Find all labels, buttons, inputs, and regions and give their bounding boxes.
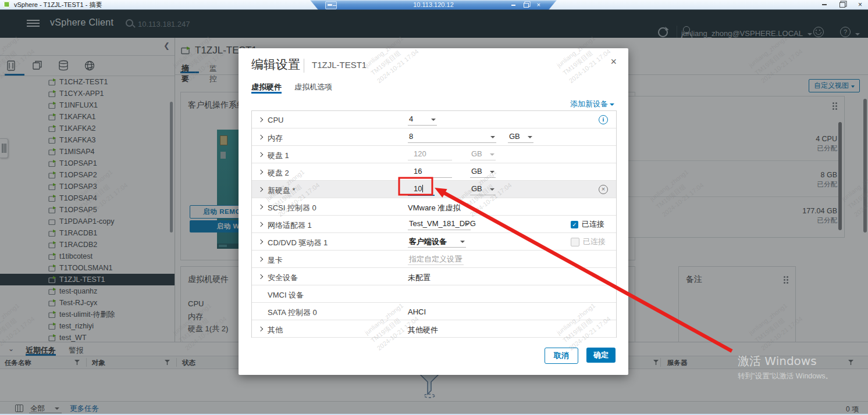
caret-down-icon bbox=[460, 241, 465, 243]
add-new-device-link[interactable]: 添加新设备 bbox=[570, 99, 614, 109]
checkbox-label: 已连接 bbox=[583, 237, 606, 247]
row-value-select[interactable]: 8 bbox=[408, 132, 496, 143]
connected-checkbox[interactable]: 已连接 bbox=[571, 237, 606, 247]
caret-down-icon bbox=[528, 136, 532, 138]
checkbox-label: 已连接 bbox=[582, 219, 604, 230]
unit-value: GB bbox=[471, 184, 482, 193]
screen: vSphere - T1ZJL-TEST1 - 摘要 × 10.113.120.… bbox=[0, 0, 868, 415]
caret-down-icon bbox=[465, 223, 469, 226]
remove-device-icon[interactable]: × bbox=[599, 185, 608, 194]
expand-caret-icon[interactable] bbox=[258, 257, 263, 262]
tab-vm-options[interactable]: 虚拟机选项 bbox=[294, 82, 332, 92]
window-minimize-icon[interactable] bbox=[822, 4, 827, 5]
hardware-row[interactable]: 新硬盘 *10GB× bbox=[252, 181, 616, 198]
rdp-minimize-icon[interactable] bbox=[511, 5, 515, 6]
row-value-text: 其他硬件 bbox=[408, 325, 438, 335]
close-icon[interactable]: × bbox=[610, 56, 617, 67]
info-icon[interactable]: i bbox=[599, 115, 608, 124]
expand-caret-icon[interactable] bbox=[258, 205, 263, 209]
expand-caret-icon[interactable] bbox=[258, 152, 263, 157]
ok-button[interactable]: 确定 bbox=[586, 348, 616, 363]
unit-value: GB bbox=[509, 132, 520, 141]
hardware-rows-table: CPU4i内存8GB硬盘 1120GB硬盘 216GB新硬盘 *10GB×SCS… bbox=[251, 110, 617, 338]
row-label: 安全设备 bbox=[268, 273, 298, 283]
row-label: CPU bbox=[268, 116, 283, 124]
row-label: 显卡 bbox=[268, 255, 283, 266]
cancel-button[interactable]: 取消 bbox=[545, 348, 578, 364]
row-label: VMCI 设备 bbox=[268, 290, 304, 300]
unit-value: GB bbox=[471, 149, 482, 158]
expand-caret-icon[interactable] bbox=[258, 239, 263, 244]
hardware-row[interactable]: SCSI 控制器 0VMware 准虚拟 bbox=[252, 198, 616, 216]
row-value-input[interactable]: 120 bbox=[408, 149, 452, 160]
row-label: 硬盘 1 bbox=[268, 151, 289, 161]
row-value-input[interactable]: 10 bbox=[408, 184, 435, 196]
expand-caret-icon[interactable] bbox=[258, 117, 263, 122]
row-value-select[interactable]: 客户端设备 bbox=[408, 237, 466, 248]
text-cursor bbox=[422, 185, 423, 192]
dialog-vm-name: T1ZJL-TEST1 bbox=[312, 60, 367, 70]
hardware-row[interactable]: 硬盘 1120GB bbox=[252, 146, 616, 163]
row-label: SATA 控制器 0 bbox=[268, 307, 317, 318]
connected-checkbox[interactable]: ✓已连接 bbox=[571, 219, 604, 230]
row-label: 其他 bbox=[268, 325, 283, 335]
browser-title: vSphere - T1ZJL-TEST1 - 摘要 bbox=[14, 1, 102, 9]
unit-select[interactable]: GB bbox=[470, 167, 496, 178]
rdp-close-icon[interactable]: × bbox=[537, 2, 540, 8]
unit-select[interactable]: GB bbox=[508, 132, 533, 143]
hardware-row[interactable]: 显卡指定自定义设置 bbox=[252, 251, 616, 268]
hardware-row[interactable]: 网络适配器 1Test_VM_181_DPG✓已连接 bbox=[252, 216, 616, 233]
expand-caret-icon[interactable] bbox=[258, 274, 263, 279]
tab-virtual-hardware[interactable]: 虚拟硬件 bbox=[251, 82, 282, 92]
caret-down-icon bbox=[490, 153, 495, 156]
window-close-icon[interactable]: × bbox=[858, 2, 862, 8]
row-label: SCSI 控制器 0 bbox=[268, 203, 316, 213]
unit-value: GB bbox=[471, 167, 482, 176]
row-value-text: VMware 准虚拟 bbox=[408, 203, 460, 213]
row-label: CD/DVD 驱动器 1 bbox=[268, 238, 328, 248]
caret-down-icon bbox=[610, 103, 614, 106]
select-value: 客户端设备 bbox=[409, 237, 447, 247]
expand-caret-icon[interactable] bbox=[258, 170, 263, 174]
hardware-row[interactable]: CD/DVD 驱动器 1客户端设备已连接 bbox=[252, 233, 616, 251]
expand-caret-icon[interactable] bbox=[258, 187, 263, 192]
row-label: 网络适配器 1 bbox=[268, 220, 312, 231]
checkbox-checked-icon[interactable]: ✓ bbox=[571, 221, 578, 228]
caret-down-icon bbox=[490, 188, 495, 191]
select-value: 4 bbox=[409, 115, 413, 123]
expand-caret-icon[interactable] bbox=[258, 135, 263, 139]
row-label: 内存 bbox=[268, 133, 283, 144]
row-value-select[interactable]: Test_VM_181_DPG bbox=[408, 219, 471, 230]
caret-down-icon bbox=[431, 119, 436, 121]
edit-settings-dialog: 编辑设置 T1ZJL-TEST1 × 虚拟硬件 虚拟机选项 添加新设备 CPU4… bbox=[239, 48, 628, 375]
hardware-row[interactable]: 内存8GB bbox=[252, 128, 616, 146]
window-restore-icon[interactable] bbox=[839, 2, 845, 8]
rdp-restore-icon[interactable] bbox=[524, 3, 529, 8]
input-value: 120 bbox=[414, 149, 426, 158]
select-value: 指定自定义设置 bbox=[409, 254, 462, 264]
row-value-select[interactable]: 4 bbox=[408, 115, 437, 126]
dialog-title: 编辑设置 bbox=[251, 56, 300, 73]
unit-select[interactable]: GB bbox=[470, 149, 496, 160]
hardware-row[interactable]: CPU4i bbox=[252, 111, 616, 128]
vsphere-favicon bbox=[3, 1, 10, 8]
unit-select[interactable]: GB bbox=[470, 184, 496, 195]
hardware-row[interactable]: 硬盘 216GB bbox=[252, 163, 616, 181]
expand-caret-icon[interactable] bbox=[258, 327, 263, 331]
row-value-select[interactable]: 指定自定义设置 bbox=[408, 254, 464, 265]
row-label: 新硬盘 * bbox=[268, 185, 296, 196]
input-value: 10 bbox=[414, 184, 423, 193]
row-value-input[interactable]: 16 bbox=[408, 167, 452, 178]
expand-caret-icon[interactable] bbox=[258, 222, 263, 227]
row-value-text: 未配置 bbox=[408, 273, 431, 283]
hardware-row[interactable]: SATA 控制器 0AHCI bbox=[252, 303, 616, 320]
select-value: 8 bbox=[409, 132, 413, 141]
caret-down-icon bbox=[490, 136, 495, 138]
hardware-row[interactable]: 其他其他硬件 bbox=[252, 320, 616, 338]
hardware-row[interactable]: VMCI 设备 bbox=[252, 285, 616, 303]
checkbox-unchecked-icon[interactable] bbox=[571, 238, 579, 246]
rdp-connection-bar: 10.113.120.12 × bbox=[310, 0, 557, 10]
row-value-text: AHCI bbox=[408, 307, 426, 316]
hardware-row[interactable]: 安全设备未配置 bbox=[252, 268, 616, 285]
input-value: 16 bbox=[414, 167, 422, 176]
